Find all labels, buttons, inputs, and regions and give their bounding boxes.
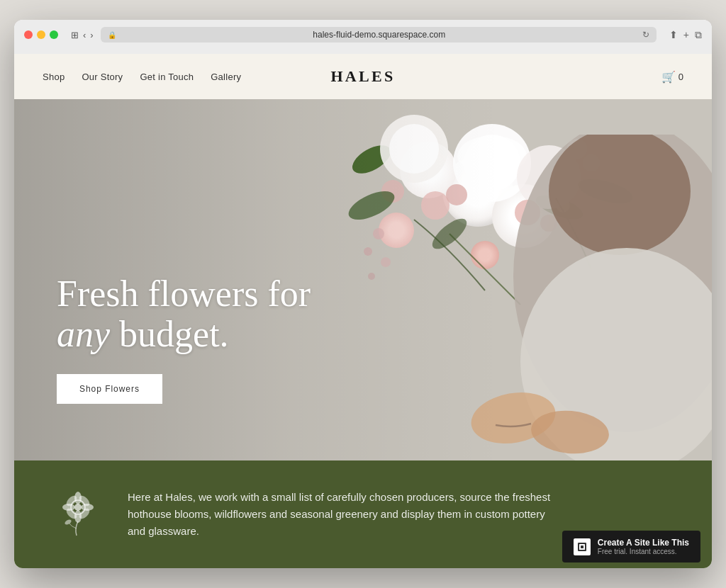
site-nav: Shop Our Story Get in Touch Gallery HALE…: [14, 54, 712, 99]
sidebar-toggle-icon[interactable]: ⊞: [71, 30, 79, 40]
tab-overview-icon[interactable]: ⧉: [695, 29, 702, 41]
hero-content: Fresh flowers for any budget. Shop Flowe…: [57, 273, 311, 404]
info-body-text: Here at Hales, we work with a small list…: [128, 489, 553, 540]
chevron-right-icon[interactable]: ›: [90, 30, 93, 40]
lock-icon: 🔒: [108, 31, 116, 39]
nav-our-story[interactable]: Our Story: [82, 72, 123, 82]
badge-title: Create A Site Like This: [598, 538, 689, 548]
url-text: hales-fluid-demo.squarespace.com: [121, 30, 638, 40]
minimize-button[interactable]: [37, 30, 45, 39]
squarespace-badge-text: Create A Site Like This Free trial. Inst…: [598, 538, 689, 555]
hero-line-2-italic: any: [57, 314, 110, 354]
traffic-lights: [24, 30, 58, 39]
browser-tab-bar: [24, 48, 702, 54]
new-tab-icon[interactable]: +: [683, 29, 689, 40]
window-controls: ⊞ ‹ ›: [71, 30, 94, 40]
squarespace-badge[interactable]: Create A Site Like This Free trial. Inst…: [562, 531, 700, 562]
squarespace-badge-icon: [574, 538, 591, 555]
reload-icon[interactable]: ↻: [642, 30, 649, 40]
svg-point-37: [64, 519, 72, 526]
badge-subtitle: Free trial. Instant access.: [598, 548, 689, 555]
fullscreen-button[interactable]: [50, 30, 58, 39]
address-bar[interactable]: 🔒 hales-fluid-demo.squarespace.com ↻: [101, 27, 657, 43]
chevron-left-icon[interactable]: ‹: [83, 30, 86, 40]
nav-links: Shop Our Story Get in Touch Gallery: [43, 72, 241, 82]
squarespace-logo: [576, 541, 588, 553]
share-icon[interactable]: ⬆: [669, 29, 678, 40]
site-wrapper: Shop Our Story Get in Touch Gallery HALE…: [14, 54, 712, 568]
hero-line-1: Fresh flowers for: [57, 273, 311, 314]
nav-get-in-touch[interactable]: Get in Touch: [140, 72, 194, 82]
site-logo[interactable]: HALES: [330, 67, 395, 86]
svg-rect-40: [581, 545, 583, 548]
browser-chrome: ⊞ ‹ › 🔒 hales-fluid-demo.squarespace.com…: [14, 20, 712, 54]
browser-window: ⊞ ‹ › 🔒 hales-fluid-demo.squarespace.com…: [14, 20, 712, 568]
shop-flowers-button[interactable]: Shop Flowers: [57, 374, 162, 404]
emblem-svg: [57, 490, 99, 539]
browser-top-bar: ⊞ ‹ › 🔒 hales-fluid-demo.squarespace.com…: [24, 27, 702, 43]
cart-button[interactable]: 🛒 0: [661, 70, 683, 84]
nav-shop[interactable]: Shop: [43, 72, 65, 82]
close-button[interactable]: [24, 30, 33, 39]
hero-line-2-rest: budget.: [110, 314, 229, 354]
hero-headline: Fresh flowers for any budget.: [57, 273, 311, 354]
browser-actions: ⬆ + ⧉: [669, 29, 702, 41]
hero-section: Fresh flowers for any budget. Shop Flowe…: [14, 99, 712, 460]
cart-icon: 🛒: [661, 70, 676, 84]
flower-emblem: [57, 490, 99, 539]
cart-count: 0: [678, 72, 683, 82]
nav-gallery[interactable]: Gallery: [211, 72, 241, 82]
svg-point-36: [74, 504, 82, 511]
